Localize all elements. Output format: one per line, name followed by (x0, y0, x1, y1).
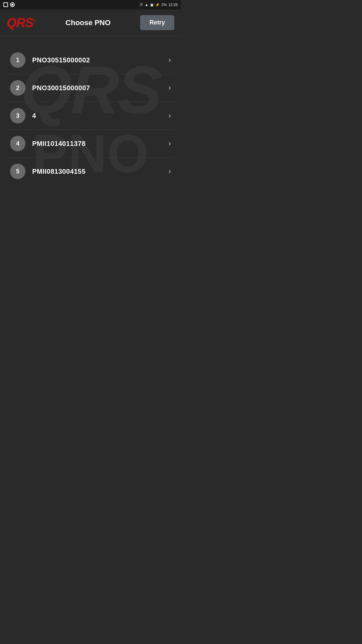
square-icon (3, 2, 8, 7)
chevron-right-icon: › (169, 167, 171, 176)
item-number-badge: 2 (10, 80, 25, 96)
item-number-badge: 5 (10, 164, 25, 179)
logo-text: QRS® (7, 16, 36, 29)
list-item[interactable]: 4PMII1014011378› (7, 130, 174, 158)
list-item[interactable]: 5PMII0813004155› (7, 158, 174, 185)
item-label: PNO30015000007 (32, 84, 169, 92)
chevron-right-icon: › (169, 84, 171, 92)
item-label: PMII0813004155 (32, 168, 169, 175)
item-label: PNO30515000002 (32, 56, 169, 64)
item-number-badge: 3 (10, 108, 25, 123)
page-title: Choose PNO (36, 18, 140, 27)
clock: 12:26 (168, 3, 178, 7)
content-area: QRS PNO 1PNO30515000002›2PNO30015000007›… (0, 36, 181, 322)
bolt-icon: ⚡ (155, 3, 160, 7)
circle-icon (10, 2, 15, 7)
chevron-right-icon: › (169, 111, 171, 120)
timer-icon: ⏱ (139, 3, 143, 7)
status-left-icons (3, 2, 15, 7)
pno-list: 1PNO30515000002›2PNO30015000007›34›4PMII… (0, 43, 181, 189)
item-label: PMII1014011378 (32, 140, 169, 148)
list-item[interactable]: 2PNO30015000007› (7, 74, 174, 102)
retry-button[interactable]: Retry (140, 15, 174, 30)
status-bar: ⏱ ▲ ▣ ⚡ 2% 12:26 (0, 0, 181, 9)
item-number-badge: 4 (10, 136, 25, 151)
list-item[interactable]: 34› (7, 102, 174, 130)
list-item[interactable]: 1PNO30515000002› (7, 46, 174, 74)
status-right: ⏱ ▲ ▣ ⚡ 2% 12:26 (139, 3, 178, 7)
item-label: 4 (32, 112, 169, 120)
battery-level: 2% (162, 3, 167, 7)
app-header: QRS® Choose PNO Retry (0, 9, 181, 36)
sim-icon: ▣ (150, 3, 154, 7)
chevron-right-icon: › (169, 56, 171, 64)
item-number-badge: 1 (10, 52, 25, 68)
chevron-right-icon: › (169, 139, 171, 148)
app-logo: QRS® (7, 16, 36, 29)
wifi-icon: ▲ (145, 3, 148, 7)
